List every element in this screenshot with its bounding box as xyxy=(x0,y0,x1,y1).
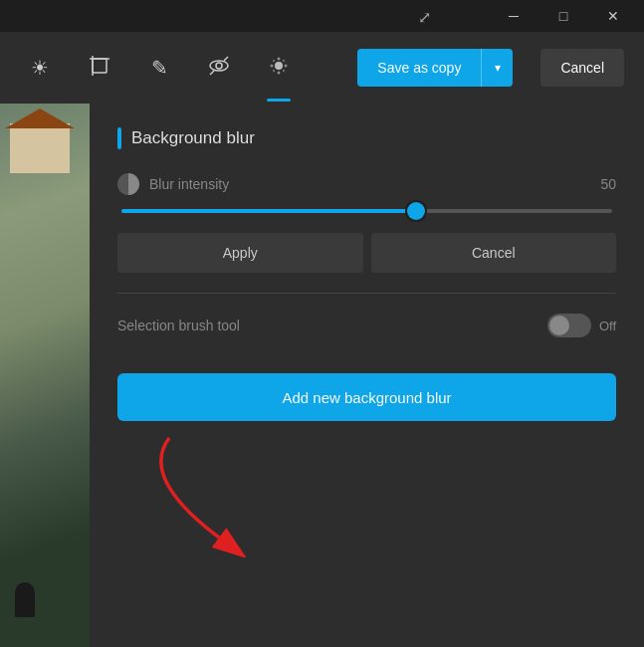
selection-brush-label: Selection brush tool xyxy=(117,318,547,333)
svg-point-7 xyxy=(275,62,283,70)
section-title-text: Background blur xyxy=(131,128,255,148)
minimize-button[interactable]: ─ xyxy=(491,2,537,30)
brightness-icon: ☀ xyxy=(31,56,49,80)
toggle-knob xyxy=(549,316,569,335)
window-controls: ─ □ ✕ xyxy=(491,2,636,30)
blur-intensity-row: Blur intensity 50 xyxy=(117,173,616,195)
svg-point-11 xyxy=(285,64,288,67)
crop-icon xyxy=(89,55,110,82)
svg-point-10 xyxy=(271,64,274,67)
tool-brightness[interactable]: ☀ xyxy=(20,48,60,88)
add-blur-button[interactable]: Add new background blur xyxy=(117,373,616,421)
svg-point-12 xyxy=(273,59,275,61)
toggle-off-label: Off xyxy=(599,319,616,333)
section-border-accent xyxy=(117,127,121,149)
slider-fill xyxy=(121,209,416,213)
save-copy-button[interactable]: Save as copy xyxy=(357,49,481,87)
action-buttons: Apply Cancel xyxy=(117,233,616,273)
close-button[interactable]: ✕ xyxy=(590,2,636,30)
cancel-action-button[interactable]: Cancel xyxy=(371,233,617,273)
expand-icon[interactable]: ⤢ xyxy=(418,8,431,27)
right-panel: Background blur Blur intensity 50 Apply … xyxy=(90,104,644,647)
tool-draw[interactable]: ✎ xyxy=(139,48,179,88)
slider-thumb[interactable] xyxy=(407,202,425,220)
arrow-annotation xyxy=(109,428,309,557)
toolbar: ☀ ✎ xyxy=(0,32,644,104)
apply-button[interactable]: Apply xyxy=(117,233,363,273)
tool-crop[interactable] xyxy=(80,48,119,88)
save-dropdown-button[interactable]: ▾ xyxy=(481,49,513,87)
blur-intensity-value: 50 xyxy=(600,176,616,192)
slider-track[interactable] xyxy=(121,209,612,213)
svg-point-13 xyxy=(283,59,285,61)
svg-line-5 xyxy=(210,71,214,75)
selection-brush-toggle[interactable] xyxy=(547,314,591,337)
svg-point-14 xyxy=(273,69,275,71)
svg-point-15 xyxy=(283,69,285,71)
svg-rect-0 xyxy=(93,59,107,73)
main-content: Background blur Blur intensity 50 Apply … xyxy=(0,104,644,647)
cancel-button[interactable]: Cancel xyxy=(540,49,624,87)
svg-line-6 xyxy=(224,57,228,61)
selection-brush-row: Selection brush tool Off xyxy=(117,314,616,337)
title-bar: ⤢ ─ □ ✕ xyxy=(0,0,644,32)
blur-slider-container[interactable] xyxy=(117,209,616,213)
chevron-down-icon: ▾ xyxy=(495,61,501,75)
blur-intensity-label: Blur intensity xyxy=(149,176,600,192)
save-button-group: Save as copy ▾ xyxy=(357,49,513,87)
redeye-icon xyxy=(208,55,230,82)
section-divider xyxy=(117,293,616,294)
section-header: Background blur xyxy=(117,127,616,149)
house-element xyxy=(10,123,70,173)
photo-preview xyxy=(0,104,90,647)
figure-element xyxy=(15,582,35,617)
blur-icon xyxy=(267,54,291,83)
blur-intensity-icon xyxy=(117,173,139,195)
image-panel xyxy=(0,104,90,647)
svg-point-9 xyxy=(278,71,281,74)
toggle-group: Off xyxy=(547,314,616,337)
tool-blur[interactable] xyxy=(259,48,299,88)
maximize-button[interactable]: □ xyxy=(540,2,586,30)
draw-icon: ✎ xyxy=(151,56,168,80)
svg-point-4 xyxy=(216,63,222,69)
svg-point-8 xyxy=(278,57,281,60)
tool-redeye[interactable] xyxy=(199,48,239,88)
